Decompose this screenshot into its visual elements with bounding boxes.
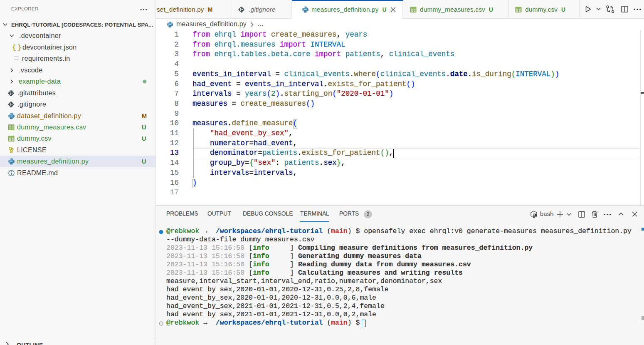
svg-text:$_: $_ [533,214,537,217]
